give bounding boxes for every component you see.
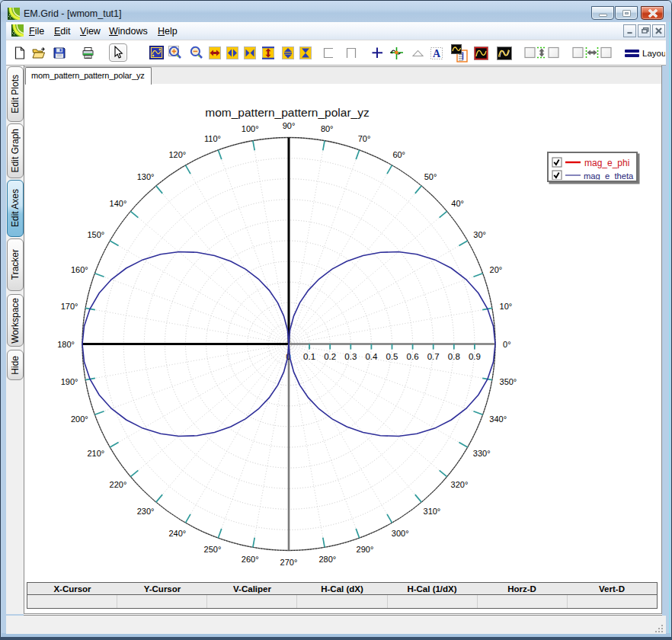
svg-text:230°: 230°: [137, 507, 155, 516]
svg-text:320°: 320°: [451, 480, 469, 489]
svg-text:mag_e_phi: mag_e_phi: [584, 157, 629, 168]
svg-text:10°: 10°: [500, 302, 513, 311]
svg-text:110°: 110°: [204, 134, 221, 143]
svg-text:0.3: 0.3: [344, 352, 357, 361]
svg-text:0.6: 0.6: [407, 352, 419, 361]
svg-text:mag_e_theta: mag_e_theta: [584, 171, 634, 180]
svg-text:190°: 190°: [61, 377, 78, 386]
svg-text:20°: 20°: [490, 265, 503, 274]
svg-text:40°: 40°: [451, 199, 464, 208]
svg-text:A: A: [433, 48, 441, 59]
svg-text:50°: 50°: [424, 172, 437, 181]
svg-text:180°: 180°: [57, 340, 75, 349]
svg-text:240°: 240°: [168, 529, 186, 538]
svg-text:300°: 300°: [392, 529, 409, 538]
svg-text:270°: 270°: [280, 558, 298, 567]
svg-text:0.5: 0.5: [386, 352, 398, 361]
svg-text:200°: 200°: [71, 414, 88, 424]
svg-text:260°: 260°: [242, 555, 259, 564]
svg-text:0.4: 0.4: [365, 352, 378, 361]
svg-text:330°: 330°: [473, 449, 491, 458]
svg-text:100°: 100°: [242, 124, 259, 133]
svg-text:170°: 170°: [61, 302, 78, 311]
svg-text:0.2: 0.2: [324, 352, 336, 361]
svg-text:0.8: 0.8: [448, 352, 460, 361]
svg-text:150°: 150°: [87, 230, 104, 239]
svg-text:30°: 30°: [473, 230, 486, 239]
svg-text:90°: 90°: [283, 121, 296, 130]
svg-text:340°: 340°: [489, 414, 507, 424]
svg-text:130°: 130°: [137, 172, 155, 181]
svg-text:160°: 160°: [71, 265, 88, 274]
svg-text:310°: 310°: [424, 507, 441, 516]
svg-text:290°: 290°: [357, 545, 374, 554]
svg-text:80°: 80°: [321, 124, 334, 133]
svg-text:0.9: 0.9: [469, 352, 481, 361]
svg-text:0.7: 0.7: [427, 352, 440, 361]
svg-text:120°: 120°: [168, 150, 186, 159]
svg-text:220°: 220°: [110, 480, 127, 489]
svg-text:0.1: 0.1: [303, 352, 315, 361]
svg-text:350°: 350°: [500, 377, 517, 386]
svg-text:70°: 70°: [358, 134, 371, 143]
svg-text:140°: 140°: [110, 199, 127, 208]
svg-text:210°: 210°: [87, 449, 104, 458]
svg-text:mom_pattern_pattern_polar_yz: mom_pattern_pattern_polar_yz: [205, 106, 369, 119]
svg-text:0°: 0°: [503, 340, 511, 349]
svg-text:250°: 250°: [204, 545, 222, 554]
svg-text:280°: 280°: [318, 555, 336, 564]
svg-text:60°: 60°: [392, 150, 405, 159]
